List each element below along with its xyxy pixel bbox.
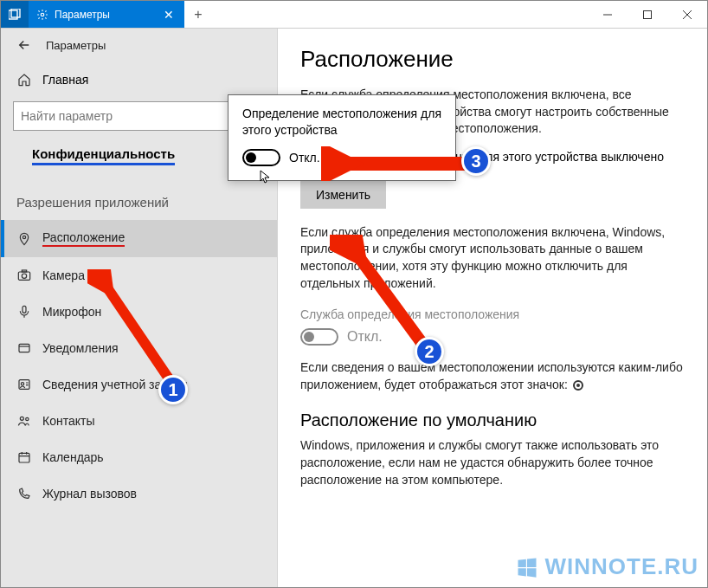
breadcrumb-label: Параметры [46,39,106,52]
page-title: Расположение [300,46,683,73]
sidebar-privacy-heading: Конфиденциальность [32,146,175,165]
annotation-badge-3: 3 [461,146,491,176]
device-location-toggle[interactable] [242,149,280,166]
svg-point-2 [41,13,44,16]
default-location-heading: Расположение по умолчанию [300,410,683,430]
svg-point-9 [23,236,25,238]
annotation-badge-1: 1 [158,375,188,404]
default-location-paragraph: Windows, приложения и службы смогут такж… [300,437,683,488]
svg-rect-19 [19,453,29,462]
back-icon[interactable] [16,37,32,53]
sidebar-item-label: Главная [42,73,88,87]
search-field[interactable] [21,109,245,123]
sidebar-item-location[interactable]: Расположение [1,220,277,257]
account-icon [16,377,32,392]
cursor-icon [260,170,272,184]
svg-point-18 [26,417,29,420]
sidebar-item-contacts[interactable]: Контакты [1,403,277,439]
minimize-button[interactable] [588,1,628,28]
svg-line-21 [354,250,425,347]
notification-icon [16,340,32,356]
svg-line-20 [103,281,174,386]
watermark: WINNOTE.RU [515,553,698,580]
close-window-button[interactable] [667,1,707,28]
svg-point-17 [20,417,23,420]
task-view-icon[interactable] [1,1,29,28]
sidebar-item-calendar[interactable]: Календарь [1,439,277,475]
sidebar-item-label: Календарь [42,450,104,464]
svg-rect-4 [644,10,652,18]
svg-rect-14 [19,344,29,352]
breadcrumb: Параметры [1,29,277,61]
titlebar: Параметры ✕ + [1,1,707,29]
tab-label: Параметры [55,9,110,21]
toggle-state-label: Откл. [289,151,320,165]
close-tab-icon[interactable]: ✕ [160,8,177,22]
svg-rect-12 [22,270,26,272]
microphone-icon [16,304,32,320]
sidebar-item-call-history[interactable]: Журнал вызовов [1,475,277,512]
camera-icon [16,268,32,283]
sidebar-item-home[interactable]: Главная [1,61,277,98]
new-tab-button[interactable]: + [184,1,212,28]
svg-point-16 [21,383,23,385]
home-icon [16,72,32,87]
gear-icon [35,8,49,22]
phone-icon [16,486,32,501]
sidebar-item-label: Камера [42,268,85,282]
sidebar-item-label: Контакты [42,414,94,428]
indicator-paragraph: Если сведения о вашем местоположении исп… [300,359,683,393]
contacts-icon [16,413,32,429]
svg-rect-13 [23,306,26,313]
change-button[interactable]: Изменить [300,181,386,209]
dialog-text: Определение местоположения для этого уст… [242,106,441,139]
annotation-badge-2: 2 [415,337,444,366]
tab-settings[interactable]: Параметры ✕ [29,1,184,28]
svg-rect-10 [18,272,29,280]
location-indicator-icon [573,380,583,391]
windows-logo-icon [515,555,539,579]
sidebar-item-label: Расположение [42,230,125,247]
sidebar-item-label: Журнал вызовов [42,487,137,501]
maximize-button[interactable] [628,1,667,28]
calendar-icon [16,449,32,465]
location-icon [16,231,32,247]
window-controls [588,1,707,28]
sidebar-section-title: Разрешения приложений [1,186,277,220]
svg-point-11 [22,274,26,278]
